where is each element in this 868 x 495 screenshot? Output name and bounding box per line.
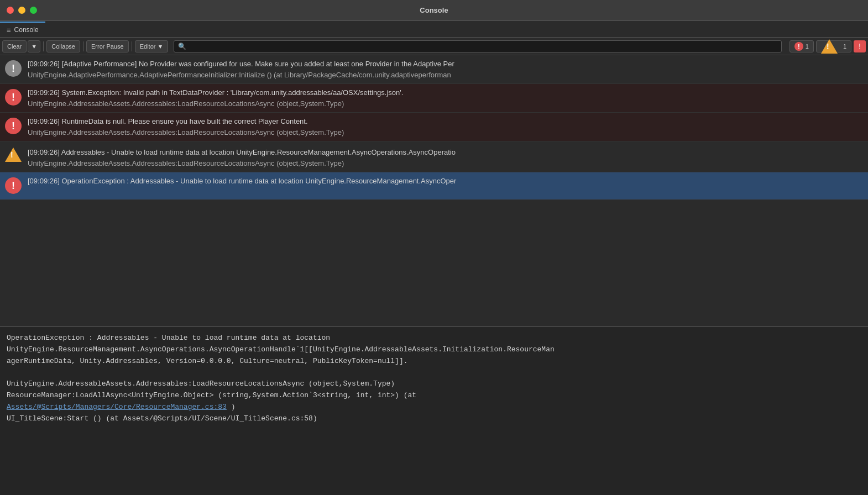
separator-1 [43, 41, 44, 51]
error-pause-button[interactable]: Error Pause [86, 40, 129, 52]
detail-close-paren: ) [231, 403, 236, 411]
clear-dropdown[interactable]: ▼ [28, 40, 40, 52]
minimize-button[interactable] [18, 7, 25, 14]
error-badge-icon: ! [794, 42, 803, 51]
log-line1-4: [09:09:26] Addressables - Unable to load… [28, 147, 864, 158]
window-title: Console [420, 6, 448, 14]
console-tab-label: Console [14, 26, 39, 34]
log-text-4: [09:09:26] Addressables - Unable to load… [28, 147, 864, 168]
log-entry-5[interactable]: ! [09:09:26] OperationException : Addres… [0, 172, 868, 200]
log-line1-1: [09:09:26] [Adaptive Performance] No Pro… [28, 59, 864, 70]
log-icon-5: ! [4, 177, 22, 194]
toolbar: Clear ▼ Collapse Error Pause Editor ▼ 🔍 … [0, 38, 868, 55]
badge-group: ! 1 1 ! [789, 40, 866, 52]
detail-area: OperationException : Addressables - Unab… [0, 326, 868, 495]
active-filter-badge[interactable]: ! [854, 40, 866, 52]
close-button[interactable] [7, 7, 14, 14]
error-badge-button[interactable]: ! 1 [789, 40, 814, 52]
log-entry-2[interactable]: ! [09:09:26] System.Exception: Invalid p… [0, 84, 868, 113]
warning-icon-4 [5, 148, 22, 162]
log-icon-1: ! [4, 60, 22, 77]
log-line2-1: UnityEngine.AdaptivePerformance.Adaptive… [28, 70, 864, 81]
detail-link-line: Assets/@Scripts/Managers/Core/ResourceMa… [7, 402, 861, 413]
search-input[interactable] [174, 40, 781, 52]
log-line2-4: UnityEngine.AddressableAssets.Addressabl… [28, 158, 864, 169]
search-icon: 🔍 [178, 43, 186, 50]
info-icon: ! [5, 60, 22, 77]
log-text-5: [09:09:26] OperationException : Addressa… [28, 176, 864, 187]
error-count: 1 [806, 43, 809, 50]
console-tab[interactable]: ≡ Console [0, 22, 45, 37]
log-line2-2: UnityEngine.AddressableAssets.Addressabl… [28, 98, 864, 109]
log-icon-3: ! [4, 117, 22, 135]
error-icon-2: ! [5, 89, 22, 106]
collapse-button[interactable]: Collapse [46, 40, 80, 52]
log-entry-1[interactable]: ! [09:09:26] [Adaptive Performance] No P… [0, 55, 868, 84]
detail-line1: OperationException : Addressables - Unab… [7, 333, 861, 344]
log-text-3: [09:09:26] RuntimeData is null. Please e… [28, 116, 864, 138]
log-icon-4 [4, 146, 22, 164]
editor-dropdown-icon: ▼ [157, 43, 163, 50]
detail-line3: agerRuntimeData, Unity.Addressables, Ver… [7, 356, 861, 367]
detail-line2: UnityEngine.ResourceManagement.AsyncOper… [7, 344, 861, 356]
log-line1-2: [09:09:26] System.Exception: Invalid pat… [28, 87, 864, 98]
traffic-lights [7, 7, 37, 14]
log-text-1: [09:09:26] [Adaptive Performance] No Pro… [28, 59, 864, 80]
warning-badge-icon [821, 39, 838, 54]
log-icon-2: ! [4, 88, 22, 106]
log-line1-5: [09:09:26] OperationException : Addressa… [28, 176, 864, 187]
clear-button[interactable]: Clear [2, 40, 27, 52]
separator-3 [132, 41, 132, 51]
search-container: 🔍 [174, 40, 781, 52]
log-line1-3: [09:09:26] RuntimeData is null. Please e… [28, 116, 864, 127]
detail-line6: ResourceManager:LoadAllAsync<UnityEngine… [7, 390, 861, 402]
separator-2 [83, 41, 83, 51]
error-icon-3: ! [5, 118, 22, 134]
error-icon-5: ! [5, 177, 22, 194]
title-bar: Console [0, 0, 868, 21]
log-line2-3: UnityEngine.AddressableAssets.Addressabl… [28, 127, 864, 138]
detail-line5: UnityEngine.AddressableAssets.Addressabl… [7, 378, 861, 390]
editor-label: Editor [140, 43, 156, 50]
log-entry-4[interactable]: [09:09:26] Addressables - Unable to load… [0, 141, 868, 172]
maximize-button[interactable] [30, 7, 37, 14]
warning-badge-button[interactable]: 1 [816, 40, 851, 52]
detail-line4 [7, 367, 861, 378]
log-text-2: [09:09:26] System.Exception: Invalid pat… [28, 87, 864, 109]
detail-line8: UI_TitleScene:Start () (at Assets/@Scrip… [7, 413, 861, 425]
detail-line6-text: ResourceManager:LoadAllAsync<UnityEngine… [7, 391, 416, 399]
console-tab-icon: ≡ [7, 26, 11, 34]
detail-link-1[interactable]: Assets/@Scripts/Managers/Core/ResourceMa… [7, 403, 227, 411]
editor-button[interactable]: Editor ▼ [135, 40, 169, 52]
log-area[interactable]: ! [09:09:26] [Adaptive Performance] No P… [0, 55, 868, 326]
log-entry-3[interactable]: ! [09:09:26] RuntimeData is null. Please… [0, 113, 868, 141]
warning-count: 1 [843, 43, 846, 50]
tab-bar: ≡ Console [0, 21, 868, 38]
active-filter-icon: ! [859, 43, 860, 50]
